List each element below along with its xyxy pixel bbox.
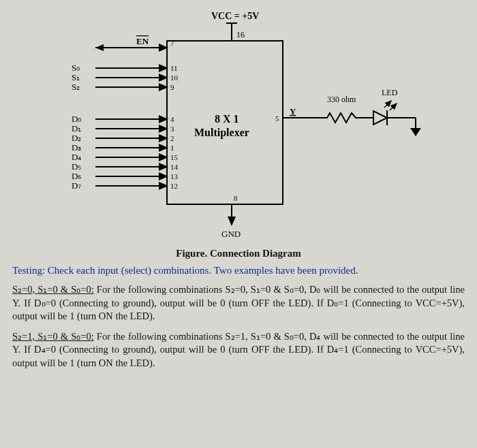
svg-text:D₀: D₀ bbox=[72, 114, 81, 124]
connection-diagram: VCC = +5V 16 EN 7 S₀ 11 S₁ 10 S₂ 9 D₀ 4 … bbox=[34, 7, 443, 245]
pin-en: 7 bbox=[170, 39, 174, 47]
example-1-lead: S₂=0, S₁=0 & S₀=0: bbox=[12, 284, 94, 295]
svg-marker-3 bbox=[95, 44, 104, 51]
chip-title-2: Multiplexer bbox=[194, 127, 249, 139]
vcc-label: VCC = +5V bbox=[211, 11, 259, 21]
svg-text:D₄: D₄ bbox=[72, 152, 81, 162]
chip-title-1: 8 X 1 bbox=[215, 113, 239, 125]
example-1: S₂=0, S₁=0 & S₀=0: For the following com… bbox=[12, 283, 465, 323]
svg-text:2: 2 bbox=[170, 134, 174, 142]
svg-text:1: 1 bbox=[170, 144, 174, 152]
svg-text:13: 13 bbox=[170, 172, 179, 180]
svg-text:D₂: D₂ bbox=[72, 133, 81, 143]
data-lines: D₀ 4 D₁ 3 D₂ 2 D₃ 1 D₄ 15 D₅ 14 D₆ 13 D₇… bbox=[72, 114, 179, 191]
enable-label: EN bbox=[136, 36, 149, 46]
svg-text:4: 4 bbox=[170, 115, 174, 123]
led-label: LED bbox=[382, 88, 398, 97]
svg-text:D₁: D₁ bbox=[72, 123, 81, 133]
testing-line: Testing: Check each input (select) combi… bbox=[12, 265, 465, 276]
signal-y: Y bbox=[290, 106, 296, 116]
resistor-icon bbox=[320, 113, 363, 123]
example-2-lead: S₂=1, S₁=0 & S₀=0: bbox=[12, 331, 94, 342]
svg-text:14: 14 bbox=[170, 163, 179, 171]
diagram-svg: VCC = +5V 16 EN 7 S₀ 11 S₁ 10 S₂ 9 D₀ 4 … bbox=[34, 7, 443, 245]
signal-s2: S₂ bbox=[72, 82, 80, 92]
svg-text:D₅: D₅ bbox=[72, 161, 81, 172]
signal-s1: S₁ bbox=[72, 72, 80, 82]
example-2: S₂=1, S₁=0 & S₀=0: For the following com… bbox=[12, 330, 465, 370]
pin-vcc: 16 bbox=[236, 30, 245, 39]
signal-s0: S₀ bbox=[72, 63, 80, 73]
svg-text:D₇: D₇ bbox=[72, 180, 81, 191]
svg-line-37 bbox=[390, 103, 397, 110]
svg-line-36 bbox=[384, 101, 391, 108]
gnd-label: GND bbox=[221, 229, 241, 239]
resistor-label: 330 ohm bbox=[327, 95, 356, 104]
pin-s0: 11 bbox=[170, 64, 178, 72]
pin-y: 5 bbox=[275, 114, 279, 123]
pin-s2: 9 bbox=[170, 83, 174, 91]
svg-text:D₆: D₆ bbox=[72, 171, 81, 181]
svg-text:D₃: D₃ bbox=[72, 142, 81, 153]
figure-caption: Figure. Connection Diagram bbox=[12, 248, 465, 259]
pin-gnd: 8 bbox=[234, 194, 238, 202]
svg-text:12: 12 bbox=[170, 182, 178, 190]
svg-text:15: 15 bbox=[170, 153, 179, 161]
pin-s1: 10 bbox=[170, 74, 179, 82]
svg-text:3: 3 bbox=[170, 125, 174, 133]
ground-icon bbox=[410, 128, 421, 136]
select-lines: S₀ 11 S₁ 10 S₂ 9 bbox=[72, 63, 179, 92]
led-icon bbox=[373, 111, 387, 125]
